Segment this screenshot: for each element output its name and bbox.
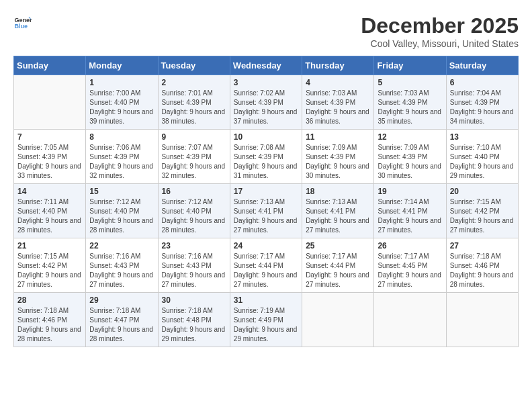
calendar-cell: 2Sunrise: 7:01 AMSunset: 4:39 PMDaylight…	[158, 75, 230, 130]
sunset-text: Sunset: 4:49 PM	[234, 316, 298, 325]
calendar-cell: 11Sunrise: 7:09 AMSunset: 4:39 PMDayligh…	[302, 130, 374, 184]
weekday-header-cell: Sunday	[14, 56, 86, 75]
sunrise-text: Sunrise: 7:16 AM	[162, 252, 226, 261]
weekday-header-row: SundayMondayTuesdayWednesdayThursdayFrid…	[14, 56, 519, 75]
sunset-text: Sunset: 4:44 PM	[306, 261, 370, 271]
sunrise-text: Sunrise: 7:17 AM	[378, 252, 442, 261]
page-header: General Blue December 2025 Cool Valley, …	[13, 13, 519, 49]
sunrise-text: Sunrise: 7:13 AM	[306, 197, 370, 207]
day-number: 28	[17, 295, 82, 305]
calendar-cell: 31Sunrise: 7:19 AMSunset: 4:49 PMDayligh…	[230, 293, 302, 347]
calendar-cell: 27Sunrise: 7:18 AMSunset: 4:46 PMDayligh…	[446, 238, 518, 293]
day-info: Sunrise: 7:16 AMSunset: 4:43 PMDaylight:…	[89, 252, 154, 289]
day-number: 30	[162, 295, 226, 305]
day-info: Sunrise: 7:18 AMSunset: 4:46 PMDaylight:…	[450, 252, 515, 289]
day-info: Sunrise: 7:15 AMSunset: 4:42 PMDaylight:…	[450, 197, 515, 235]
sunset-text: Sunset: 4:46 PM	[450, 261, 515, 271]
calendar-cell	[14, 75, 86, 130]
day-info: Sunrise: 7:02 AMSunset: 4:39 PMDaylight:…	[234, 89, 298, 126]
day-number: 31	[234, 295, 298, 305]
sunset-text: Sunset: 4:43 PM	[162, 261, 226, 271]
svg-text:Blue: Blue	[14, 23, 28, 30]
sunrise-text: Sunrise: 7:05 AM	[17, 143, 82, 152]
calendar-cell: 30Sunrise: 7:18 AMSunset: 4:48 PMDayligh…	[158, 293, 230, 347]
sunrise-text: Sunrise: 7:12 AM	[162, 197, 226, 207]
calendar-cell: 13Sunrise: 7:10 AMSunset: 4:40 PMDayligh…	[446, 130, 518, 184]
calendar-week-row: 7Sunrise: 7:05 AMSunset: 4:39 PMDaylight…	[14, 130, 519, 184]
day-info: Sunrise: 7:18 AMSunset: 4:46 PMDaylight:…	[17, 306, 82, 344]
day-number: 4	[306, 78, 370, 87]
calendar-cell: 20Sunrise: 7:15 AMSunset: 4:42 PMDayligh…	[446, 184, 518, 238]
calendar-week-row: 14Sunrise: 7:11 AMSunset: 4:40 PMDayligh…	[14, 184, 519, 238]
sunrise-text: Sunrise: 7:03 AM	[378, 89, 442, 98]
calendar-cell: 25Sunrise: 7:17 AMSunset: 4:44 PMDayligh…	[302, 238, 374, 293]
sunset-text: Sunset: 4:39 PM	[234, 98, 298, 107]
day-number: 1	[89, 78, 154, 87]
day-info: Sunrise: 7:00 AMSunset: 4:40 PMDaylight:…	[89, 89, 154, 126]
day-number: 13	[450, 132, 515, 142]
calendar-cell: 21Sunrise: 7:15 AMSunset: 4:42 PMDayligh…	[14, 238, 86, 293]
daylight-text: Daylight: 9 hours and 32 minutes.	[89, 162, 154, 181]
logo-icon: General Blue	[13, 13, 32, 32]
daylight-text: Daylight: 9 hours and 27 minutes.	[378, 271, 442, 289]
sunrise-text: Sunrise: 7:11 AM	[17, 197, 82, 207]
daylight-text: Daylight: 9 hours and 27 minutes.	[234, 271, 298, 289]
day-number: 3	[234, 78, 298, 87]
weekday-header-cell: Saturday	[446, 56, 518, 75]
daylight-text: Daylight: 9 hours and 28 minutes.	[89, 325, 154, 344]
calendar-cell: 16Sunrise: 7:12 AMSunset: 4:40 PMDayligh…	[158, 184, 230, 238]
day-info: Sunrise: 7:12 AMSunset: 4:40 PMDaylight:…	[89, 197, 154, 235]
day-info: Sunrise: 7:07 AMSunset: 4:39 PMDaylight:…	[162, 143, 226, 181]
daylight-text: Daylight: 9 hours and 28 minutes.	[162, 216, 226, 235]
sunrise-text: Sunrise: 7:07 AM	[162, 143, 226, 152]
sunrise-text: Sunrise: 7:18 AM	[162, 306, 226, 316]
day-number: 10	[234, 132, 298, 142]
sunset-text: Sunset: 4:40 PM	[17, 207, 82, 216]
day-info: Sunrise: 7:18 AMSunset: 4:48 PMDaylight:…	[162, 306, 226, 344]
daylight-text: Daylight: 9 hours and 30 minutes.	[306, 162, 370, 181]
calendar-cell: 23Sunrise: 7:16 AMSunset: 4:43 PMDayligh…	[158, 238, 230, 293]
calendar-week-row: 1Sunrise: 7:00 AMSunset: 4:40 PMDaylight…	[14, 75, 519, 130]
weekday-header-cell: Wednesday	[230, 56, 302, 75]
day-info: Sunrise: 7:09 AMSunset: 4:39 PMDaylight:…	[378, 143, 442, 181]
calendar-body: 1Sunrise: 7:00 AMSunset: 4:40 PMDaylight…	[14, 75, 519, 347]
day-number: 27	[450, 241, 515, 250]
sunset-text: Sunset: 4:39 PM	[450, 98, 515, 107]
daylight-text: Daylight: 9 hours and 38 minutes.	[162, 107, 226, 126]
calendar-week-row: 21Sunrise: 7:15 AMSunset: 4:42 PMDayligh…	[14, 238, 519, 293]
calendar-cell: 14Sunrise: 7:11 AMSunset: 4:40 PMDayligh…	[14, 184, 86, 238]
day-number: 9	[162, 132, 226, 142]
daylight-text: Daylight: 9 hours and 29 minutes.	[234, 325, 298, 344]
day-number: 6	[450, 78, 515, 87]
day-number: 5	[378, 78, 442, 87]
day-info: Sunrise: 7:17 AMSunset: 4:44 PMDaylight:…	[234, 252, 298, 289]
sunset-text: Sunset: 4:40 PM	[450, 152, 515, 162]
day-number: 7	[17, 132, 82, 142]
day-number: 29	[89, 295, 154, 305]
sunrise-text: Sunrise: 7:09 AM	[306, 143, 370, 152]
weekday-header-cell: Tuesday	[158, 56, 230, 75]
sunset-text: Sunset: 4:39 PM	[89, 152, 154, 162]
sunrise-text: Sunrise: 7:13 AM	[234, 197, 298, 207]
day-number: 16	[162, 187, 226, 196]
calendar-cell: 24Sunrise: 7:17 AMSunset: 4:44 PMDayligh…	[230, 238, 302, 293]
day-number: 21	[17, 241, 82, 250]
day-info: Sunrise: 7:06 AMSunset: 4:39 PMDaylight:…	[89, 143, 154, 181]
daylight-text: Daylight: 9 hours and 39 minutes.	[89, 107, 154, 126]
location: Cool Valley, Missouri, United States	[361, 38, 519, 49]
day-info: Sunrise: 7:04 AMSunset: 4:39 PMDaylight:…	[450, 89, 515, 126]
sunset-text: Sunset: 4:39 PM	[306, 152, 370, 162]
month-title: December 2025	[361, 13, 519, 38]
calendar-cell: 15Sunrise: 7:12 AMSunset: 4:40 PMDayligh…	[86, 184, 158, 238]
sunrise-text: Sunrise: 7:17 AM	[234, 252, 298, 261]
sunrise-text: Sunrise: 7:18 AM	[450, 252, 515, 261]
day-number: 25	[306, 241, 370, 250]
day-number: 20	[450, 187, 515, 196]
calendar-cell: 4Sunrise: 7:03 AMSunset: 4:39 PMDaylight…	[302, 75, 374, 130]
sunrise-text: Sunrise: 7:08 AM	[234, 143, 298, 152]
sunrise-text: Sunrise: 7:09 AM	[378, 143, 442, 152]
weekday-header-cell: Friday	[374, 56, 446, 75]
day-info: Sunrise: 7:08 AMSunset: 4:39 PMDaylight:…	[234, 143, 298, 181]
sunrise-text: Sunrise: 7:10 AM	[450, 143, 515, 152]
daylight-text: Daylight: 9 hours and 28 minutes.	[89, 216, 154, 235]
